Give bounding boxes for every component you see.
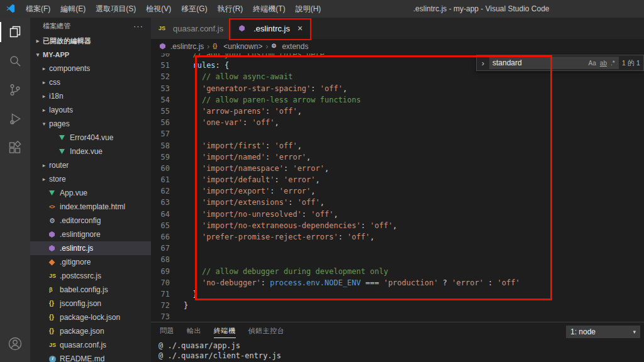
code-line[interactable]: 59 'import/named': 'error', (151, 151, 644, 163)
menu-item[interactable]: 編輯(E) (55, 0, 91, 18)
activity-bar-bottom (0, 329, 30, 358)
breadcrumb-item[interactable]: .eslintrc.js (160, 42, 204, 51)
chevron-right-icon[interactable]: ▸ (39, 107, 49, 113)
tree-item[interactable]: iREADME.md (30, 352, 151, 362)
chevron-down-icon: ▾ (633, 329, 636, 335)
tab[interactable]: .eslintrc.js× (231, 18, 311, 39)
more-actions-icon[interactable]: ··· (133, 21, 143, 31)
activity-scm[interactable] (0, 75, 30, 104)
code-line[interactable]: 69 // allow debugger during development … (151, 266, 644, 277)
chevron-right-icon[interactable]: ▸ (39, 176, 49, 182)
tree-item[interactable]: Index.vue (30, 145, 151, 158)
tree-item-label: router (49, 161, 69, 170)
code-line[interactable]: 70 'no-debugger': process.env.NODE_ENV =… (151, 277, 644, 288)
activity-extensions[interactable] (0, 133, 30, 162)
code-line[interactable]: 54 // allow paren-less arrow functions (151, 94, 644, 106)
tree-item[interactable]: JS.postcssrc.js (30, 269, 151, 283)
code-line[interactable]: 58 'import/first': 'off', (151, 140, 644, 151)
menu-item[interactable]: 選取項目(S) (91, 0, 141, 18)
tree-item[interactable]: ⚙.editorconfig (30, 214, 151, 228)
code-line[interactable]: 64 'import/no-unresolved': 'off', (151, 209, 644, 220)
code-line[interactable]: 66 'prefer-promise-reject-errors': 'off'… (151, 231, 644, 243)
tree-item[interactable]: .eslintignore (30, 228, 151, 241)
tree-item-label: babel.config.js (60, 285, 108, 294)
tree-item[interactable]: ▸components (30, 62, 151, 75)
tree-item[interactable]: JSquasar.conf.js (30, 338, 151, 352)
code-line[interactable]: 65 'import/no-extraneous-dependencies': … (151, 220, 644, 231)
activity-debug[interactable] (0, 104, 30, 133)
terminal-selector-label: 1: node (570, 327, 596, 336)
match-case-toggle[interactable]: Aa (587, 60, 598, 67)
line-number: 70 (151, 277, 184, 288)
code-line[interactable]: 72} (151, 300, 644, 311)
close-icon[interactable]: × (297, 23, 303, 33)
code-line[interactable]: 55 'arrow-parens': 'off', (151, 106, 644, 117)
find-input[interactable] (492, 58, 587, 67)
tree-item[interactable]: {}jsconfig.json (30, 297, 151, 310)
tree-item[interactable]: ▸css (30, 75, 151, 89)
open-editors-section[interactable]: ▸ 已開啟的編輯器 (30, 34, 151, 48)
toggle-replace-icon[interactable]: › (480, 58, 486, 68)
chevron-right-icon[interactable]: ▸ (39, 65, 49, 72)
whole-word-toggle[interactable]: ab (598, 60, 609, 67)
panel-tab[interactable]: 問題 (160, 326, 174, 338)
tree-item[interactable]: {}package.json (30, 324, 151, 338)
tab[interactable]: JSquasar.conf.js (151, 18, 231, 39)
panel-tab[interactable]: 輸出 (187, 326, 201, 338)
project-section[interactable]: ▾ MY-APP (30, 48, 151, 62)
babel-icon: β (49, 287, 53, 293)
menu-item[interactable]: 執行(R) (213, 0, 248, 18)
editor-pane[interactable]: 50 // add your custom rules here51 rules… (151, 53, 644, 322)
menu-item[interactable]: 終端機(T) (248, 0, 290, 18)
tree-item[interactable]: ▾pages (30, 117, 151, 131)
terminal-output[interactable]: @ ./.quasar/app.js@ ./.quasar/client-ent… (151, 339, 644, 361)
code-line[interactable]: 61 'import/default': 'error', (151, 174, 644, 185)
tree-item[interactable]: ▸router (30, 158, 151, 172)
activity-search[interactable] (0, 47, 30, 75)
eslint-icon (160, 43, 165, 50)
line-number: 62 (151, 185, 184, 197)
chevron-right-icon[interactable]: ▸ (39, 162, 49, 168)
tree-item[interactable]: .gitignore (30, 255, 151, 269)
code-line[interactable]: 52 // allow async-await (151, 71, 644, 82)
activity-explorer[interactable] (0, 18, 30, 47)
tree-item[interactable]: App.vue (30, 186, 151, 200)
json-icon: {} (49, 328, 54, 334)
regex-toggle[interactable]: .* (609, 60, 617, 67)
menu-item[interactable]: 檢視(V) (141, 0, 176, 18)
code-line[interactable]: 60 'import/namespace': 'error', (151, 163, 644, 174)
code-line[interactable]: 67 (151, 243, 644, 254)
activity-account[interactable] (0, 329, 30, 358)
code-line[interactable]: 63 'import/extensions': 'off', (151, 197, 644, 208)
menu-item[interactable]: 移至(G) (176, 0, 212, 18)
code-line[interactable]: 68 (151, 254, 644, 265)
tree-item[interactable]: Error404.vue (30, 131, 151, 145)
code-line[interactable]: 73 (151, 311, 644, 322)
line-number: 53 (151, 83, 184, 94)
line-number: 56 (151, 117, 184, 128)
code-line[interactable]: 62 'import/export': 'error', (151, 185, 644, 197)
code-area: 50 // add your custom rules here51 rules… (151, 53, 644, 322)
tree-item[interactable]: ▸layouts (30, 103, 151, 117)
tree-item[interactable]: {}package-lock.json (30, 310, 151, 324)
chevron-right-icon[interactable]: ▸ (39, 79, 49, 85)
code-line[interactable]: 53 'generator-star-spacing': 'off', (151, 83, 644, 94)
breadcrumb-item[interactable]: ⚙extends (271, 42, 308, 51)
tree-item[interactable]: ▸store (30, 172, 151, 186)
tree-item[interactable]: ▸i18n (30, 89, 151, 103)
tree-item[interactable]: <>index.template.html (30, 200, 151, 214)
chevron-down-icon[interactable]: ▾ (39, 121, 49, 127)
panel-tab[interactable]: 終端機 (214, 326, 236, 338)
terminal-selector[interactable]: 1: node ▾ (566, 326, 640, 338)
panel-tab[interactable]: 偵錯主控台 (248, 326, 285, 338)
breadcrumb-item[interactable]: {}<unknown> (213, 42, 262, 51)
line-number: 61 (151, 174, 184, 185)
code-line[interactable]: 57 (151, 128, 644, 140)
chevron-right-icon[interactable]: ▸ (39, 93, 49, 99)
code-line[interactable]: 56 'one-var': 'off', (151, 117, 644, 128)
tree-item[interactable]: βbabel.config.js (30, 283, 151, 297)
code-line[interactable]: 71 } (151, 288, 644, 300)
menu-item[interactable]: 說明(H) (291, 0, 326, 18)
tree-item[interactable]: .eslintrc.js (30, 241, 151, 255)
menu-item[interactable]: 檔案(F) (21, 0, 55, 18)
